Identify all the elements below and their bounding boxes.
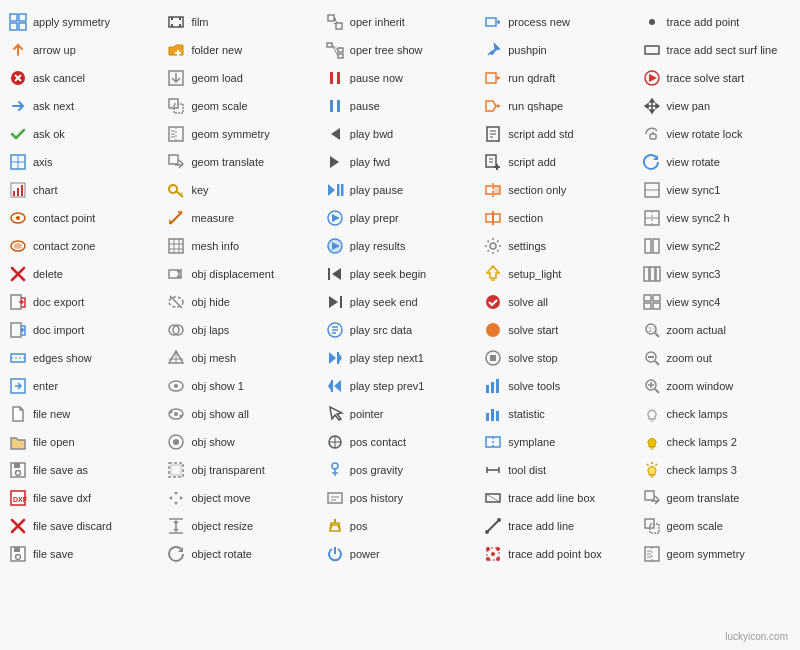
item-tool-dist[interactable]: tool dist [479, 456, 637, 484]
item-view-sync1[interactable]: view sync1 [638, 176, 796, 204]
item-zoom-actual[interactable]: 1:1zoom actual [638, 316, 796, 344]
item-section-only[interactable]: section only [479, 176, 637, 204]
item-mesh-info[interactable]: mesh info [162, 232, 320, 260]
item-play-seek-begin[interactable]: play seek begin [321, 260, 479, 288]
item-geom-scale[interactable]: geom scale [162, 92, 320, 120]
item-contact-point[interactable]: contact point [4, 204, 162, 232]
item-zoom-window[interactable]: zoom window [638, 372, 796, 400]
item-play-seek-end[interactable]: play seek end [321, 288, 479, 316]
item-symplane[interactable]: symplane [479, 428, 637, 456]
item-check-lamps[interactable]: check lamps [638, 400, 796, 428]
item-trace-add-line-box[interactable]: trace add line box [479, 484, 637, 512]
item-play-src-data[interactable]: play src data [321, 316, 479, 344]
item-play-pause[interactable]: play pause [321, 176, 479, 204]
item-pointer[interactable]: pointer [321, 400, 479, 428]
item-view-sync2-h[interactable]: view sync2 h [638, 204, 796, 232]
item-object-rotate[interactable]: object rotate [162, 540, 320, 568]
item-view-pan[interactable]: view pan [638, 92, 796, 120]
item-section[interactable]: section [479, 204, 637, 232]
item-script-add[interactable]: script add [479, 148, 637, 176]
item-setup-light[interactable]: setup_light [479, 260, 637, 288]
item-ask-ok[interactable]: ask ok [4, 120, 162, 148]
item-trace-add-point-box[interactable]: trace add point box [479, 540, 637, 568]
item-solve-start[interactable]: solve start [479, 316, 637, 344]
item-pushpin[interactable]: pushpin [479, 36, 637, 64]
item-solve-tools[interactable]: solve tools [479, 372, 637, 400]
item-pause-now[interactable]: pause now [321, 64, 479, 92]
item-run-qshape[interactable]: run qshape [479, 92, 637, 120]
item-geom-symmetry[interactable]: geom symmetry [162, 120, 320, 148]
item-view-sync3[interactable]: view sync3 [638, 260, 796, 288]
item-settings[interactable]: settings [479, 232, 637, 260]
item-ask-next[interactable]: ask next [4, 92, 162, 120]
item-ask-cancel[interactable]: ask cancel [4, 64, 162, 92]
item-geom-load[interactable]: geom load [162, 64, 320, 92]
item-obj-mesh[interactable]: obj mesh [162, 344, 320, 372]
item-trace-add-point[interactable]: trace add point [638, 8, 796, 36]
item-process-new[interactable]: process new [479, 8, 637, 36]
item-measure[interactable]: measure [162, 204, 320, 232]
item-statistic[interactable]: statistic [479, 400, 637, 428]
item-doc-import[interactable]: doc import [4, 316, 162, 344]
item-axis[interactable]: axis [4, 148, 162, 176]
item-pos-gravity[interactable]: pos gravity [321, 456, 479, 484]
item-file-save-dxf[interactable]: DXFfile save dxf [4, 484, 162, 512]
item-object-resize[interactable]: object resize [162, 512, 320, 540]
item-trace-add-line[interactable]: trace add line [479, 512, 637, 540]
item-play-bwd[interactable]: play bwd [321, 120, 479, 148]
item-object-move[interactable]: object move [162, 484, 320, 512]
item-file-new[interactable]: file new [4, 400, 162, 428]
item-contact-zone[interactable]: contact zone [4, 232, 162, 260]
item-oper-tree-show[interactable]: oper tree show [321, 36, 479, 64]
item-file-save-discard[interactable]: file save discard [4, 512, 162, 540]
item-geom-translate[interactable]: geom translate [162, 148, 320, 176]
item-arrow-up[interactable]: arrow up [4, 36, 162, 64]
item-geom-scale2[interactable]: geom scale [638, 512, 796, 540]
item-play-prepr[interactable]: play prepr [321, 204, 479, 232]
item-edges-show[interactable]: edges show [4, 344, 162, 372]
item-zoom-out[interactable]: zoom out [638, 344, 796, 372]
item-apply-symmetry[interactable]: apply symmetry [4, 8, 162, 36]
item-file-save[interactable]: file save [4, 540, 162, 568]
item-geom-translate2[interactable]: geom translate [638, 484, 796, 512]
item-file-open[interactable]: file open [4, 428, 162, 456]
item-script-add-std[interactable]: script add std [479, 120, 637, 148]
item-play-step-prev1[interactable]: play step prev1 [321, 372, 479, 400]
item-pos[interactable]: pos [321, 512, 479, 540]
item-view-sync4[interactable]: view sync4 [638, 288, 796, 316]
item-run-qdraft[interactable]: run qdraft [479, 64, 637, 92]
item-trace-solve-start[interactable]: trace solve start [638, 64, 796, 92]
item-delete[interactable]: delete [4, 260, 162, 288]
item-pos-history[interactable]: pos history [321, 484, 479, 512]
item-power[interactable]: power [321, 540, 479, 568]
item-obj-show[interactable]: obj show [162, 428, 320, 456]
item-view-rotate[interactable]: view rotate [638, 148, 796, 176]
item-view-rotate-lock[interactable]: view rotate lock [638, 120, 796, 148]
item-enter[interactable]: enter [4, 372, 162, 400]
item-obj-displacement[interactable]: obj displacement [162, 260, 320, 288]
item-pause[interactable]: pause [321, 92, 479, 120]
item-obj-laps[interactable]: obj laps [162, 316, 320, 344]
item-file-save-as[interactable]: file save as [4, 456, 162, 484]
item-oper-inherit[interactable]: oper inherit [321, 8, 479, 36]
item-geom-symmetry2[interactable]: geom symmetry [638, 540, 796, 568]
item-folder-new[interactable]: folder new [162, 36, 320, 64]
item-solve-stop[interactable]: solve stop [479, 344, 637, 372]
item-obj-transparent[interactable]: obj transparent [162, 456, 320, 484]
item-doc-export[interactable]: doc export [4, 288, 162, 316]
item-film[interactable]: film [162, 8, 320, 36]
item-play-step-next1[interactable]: play step next1 [321, 344, 479, 372]
item-pos-contact[interactable]: pos contact [321, 428, 479, 456]
item-check-lamps-3[interactable]: check lamps 3 [638, 456, 796, 484]
item-play-results[interactable]: play results [321, 232, 479, 260]
item-play-fwd[interactable]: play fwd [321, 148, 479, 176]
item-trace-add-sect-surf-line[interactable]: trace add sect surf line [638, 36, 796, 64]
item-check-lamps-2[interactable]: check lamps 2 [638, 428, 796, 456]
item-obj-hide[interactable]: obj hide [162, 288, 320, 316]
item-obj-show-all[interactable]: obj show all [162, 400, 320, 428]
item-chart[interactable]: chart [4, 176, 162, 204]
item-view-sync2[interactable]: view sync2 [638, 232, 796, 260]
item-key[interactable]: key [162, 176, 320, 204]
item-obj-show-1[interactable]: obj show 1 [162, 372, 320, 400]
item-solve-all[interactable]: solve all [479, 288, 637, 316]
